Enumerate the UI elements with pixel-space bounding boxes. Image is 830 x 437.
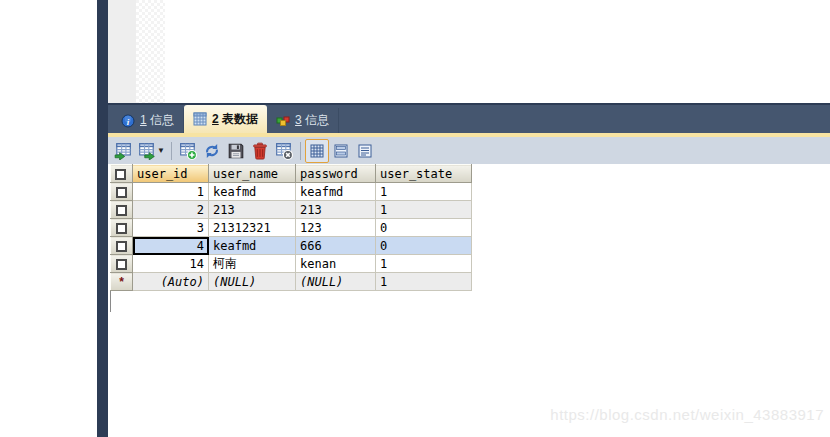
refresh-button[interactable] [200, 139, 224, 163]
cell-user-state[interactable]: 1 [376, 255, 472, 273]
table-row: 14 柯南 kenan 1 [111, 255, 472, 273]
select-all-cell[interactable] [111, 165, 133, 183]
tab-info-3[interactable]: 3 信息 [267, 108, 339, 133]
cell-password[interactable]: kenan [296, 255, 376, 273]
add-row-button[interactable] [176, 139, 200, 163]
result-tab-bar: i 1 信息 2 表数据 3 信 [108, 103, 830, 133]
sqlyog-window: i 1 信息 2 表数据 3 信 [0, 0, 830, 437]
cell-user-id-auto[interactable]: (Auto) [133, 273, 209, 291]
cell-password[interactable]: 213 [296, 201, 376, 219]
column-header-user-state[interactable]: user_state [376, 165, 472, 183]
table-row-selected: 4 keafmd 666 0 [111, 237, 472, 255]
select-all-checkbox[interactable] [115, 169, 126, 180]
export-table-button[interactable] [135, 139, 159, 163]
export-table-icon [138, 142, 156, 160]
cancel-changes-button[interactable] [272, 139, 296, 163]
delete-row-icon [251, 142, 269, 160]
row-select-cell[interactable] [111, 201, 133, 219]
tab-label: 信息 [305, 113, 329, 127]
tab-table-data-2[interactable]: 2 表数据 [184, 105, 267, 133]
import-table-button[interactable] [111, 139, 135, 163]
table-row: 1 keafmd keafmd 1 [111, 183, 472, 201]
save-button[interactable] [224, 139, 248, 163]
cell-user-name[interactable]: 柯南 [209, 255, 296, 273]
row-checkbox[interactable] [116, 205, 127, 216]
cell-user-state[interactable]: 0 [376, 237, 472, 255]
tab-accel: 1 [140, 113, 147, 127]
new-row-marker-cell[interactable]: * [111, 273, 133, 291]
row-checkbox[interactable] [116, 187, 127, 198]
row-checkbox[interactable] [116, 223, 127, 234]
tab-info-1[interactable]: i 1 信息 [112, 108, 184, 133]
form-view-icon [333, 143, 349, 159]
cell-password[interactable]: 123 [296, 219, 376, 237]
row-select-cell[interactable] [111, 255, 133, 273]
add-row-icon [179, 142, 197, 160]
cell-user-id[interactable]: 1 [133, 183, 209, 201]
column-header-password[interactable]: password [296, 165, 376, 183]
grid-header-row: user_id user_name password user_state [111, 165, 472, 183]
result-grid: user_id user_name password user_state 1 … [110, 164, 472, 291]
tab-label: 表数据 [222, 112, 258, 126]
column-header-user-id[interactable]: user_id [133, 165, 209, 183]
table-row: 2 213 213 1 [111, 201, 472, 219]
info-icon: i [121, 114, 135, 128]
new-row-template: * (Auto) (NULL) (NULL) 1 [111, 273, 472, 291]
cell-user-name-null[interactable]: (NULL) [209, 273, 296, 291]
row-select-cell[interactable] [111, 237, 133, 255]
text-view-icon [357, 143, 373, 159]
grid-view-icon [309, 143, 325, 159]
table-row: 3 21312321 123 0 [111, 219, 472, 237]
tab-label: 信息 [150, 113, 174, 127]
tab-accel: 3 [295, 113, 302, 127]
colored-cubes-icon [276, 114, 290, 128]
cell-user-name[interactable]: 21312321 [209, 219, 296, 237]
cell-user-name[interactable]: 213 [209, 201, 296, 219]
cell-user-id[interactable]: 3 [133, 219, 209, 237]
cell-user-state[interactable]: 0 [376, 219, 472, 237]
cell-user-state-default[interactable]: 1 [376, 273, 472, 291]
grid-left-border-tail [110, 291, 111, 312]
cell-user-name[interactable]: keafmd [209, 237, 296, 255]
new-row-asterisk: * [119, 275, 124, 289]
form-view-button[interactable] [329, 139, 353, 163]
toolbar-separator [300, 142, 301, 160]
delete-row-button[interactable] [248, 139, 272, 163]
row-checkbox[interactable] [116, 259, 127, 270]
csdn-watermark: https://blog.csdn.net/weixin_43883917 [550, 406, 824, 423]
import-table-icon [114, 142, 132, 160]
grid-toolbar: ▼ [108, 137, 830, 164]
tab-accel: 2 [212, 112, 219, 126]
cell-user-state[interactable]: 1 [376, 183, 472, 201]
row-select-cell[interactable] [111, 219, 133, 237]
save-icon [227, 142, 245, 160]
left-dark-divider [97, 0, 108, 437]
cell-password[interactable]: 666 [296, 237, 376, 255]
cell-password[interactable]: keafmd [296, 183, 376, 201]
cell-user-state[interactable]: 1 [376, 201, 472, 219]
cancel-changes-icon [275, 142, 293, 160]
dropdown-caret-icon[interactable]: ▼ [157, 146, 165, 155]
cell-user-id-active[interactable]: 4 [133, 237, 209, 255]
cell-user-name[interactable]: keafmd [209, 183, 296, 201]
refresh-icon [203, 142, 221, 160]
grid-view-button[interactable] [305, 139, 329, 163]
upper-pane-gray-strip [108, 0, 136, 105]
column-header-user-name[interactable]: user_name [209, 165, 296, 183]
row-checkbox[interactable] [116, 241, 127, 252]
table-grid-icon [193, 112, 207, 126]
text-view-button[interactable] [353, 139, 377, 163]
row-select-cell[interactable] [111, 183, 133, 201]
cell-user-id[interactable]: 2 [133, 201, 209, 219]
upper-pane-checker-area [136, 0, 165, 105]
cell-user-id[interactable]: 14 [133, 255, 209, 273]
toolbar-separator [171, 142, 172, 160]
cell-password-null[interactable]: (NULL) [296, 273, 376, 291]
